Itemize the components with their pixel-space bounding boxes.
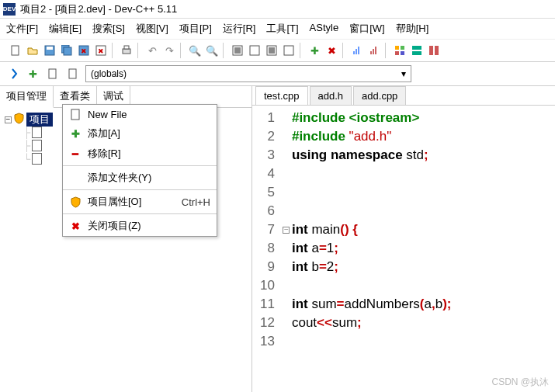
close-icon: ✖	[69, 220, 82, 232]
menu-file[interactable]: 文件[F]	[5, 21, 40, 36]
fold-toggle-icon[interactable]: −	[283, 227, 290, 234]
svg-rect-26	[401, 51, 404, 55]
print-icon[interactable]	[119, 43, 134, 58]
chevron-down-icon: ▾	[401, 68, 406, 79]
scope-value: (globals)	[91, 68, 127, 79]
menu-edit[interactable]: 编辑[E]	[47, 21, 83, 36]
svg-rect-23	[395, 46, 399, 50]
svg-rect-19	[358, 47, 359, 54]
tree-expander-icon[interactable]: −	[5, 116, 12, 123]
window-layout1-icon[interactable]	[392, 43, 408, 58]
secondary-toolbar: ✚ (globals) ▾	[0, 62, 555, 86]
svg-rect-31	[49, 69, 56, 78]
menu-properties[interactable]: 项目属性[O] Ctrl+H	[63, 189, 217, 212]
scope-select[interactable]: (globals) ▾	[85, 65, 411, 82]
app-icon: DEV	[3, 3, 16, 16]
menu-search[interactable]: 搜索[S]	[91, 21, 127, 36]
replace-icon[interactable]: 🔍	[204, 43, 220, 58]
menu-help[interactable]: 帮助[H]	[394, 21, 431, 36]
tab-add-h[interactable]: add.h	[310, 86, 352, 105]
svg-rect-16	[284, 46, 293, 55]
svg-rect-10	[124, 46, 129, 49]
delete-profile-icon[interactable]	[366, 43, 382, 58]
svg-rect-13	[250, 46, 259, 55]
close-file-icon[interactable]: ✖	[93, 43, 109, 58]
rebuild-icon[interactable]	[281, 43, 297, 58]
project-root-node[interactable]: 项目	[26, 113, 53, 127]
svg-rect-17	[353, 51, 355, 54]
svg-rect-27	[412, 46, 421, 50]
shield-icon	[13, 113, 25, 127]
svg-rect-25	[395, 51, 399, 55]
menu-astyle[interactable]: AStyle	[308, 21, 341, 36]
svg-rect-30	[435, 46, 439, 55]
plus-icon: ✚	[69, 127, 82, 140]
minus-icon: ━	[69, 147, 82, 160]
run-icon[interactable]	[247, 43, 262, 58]
shield-icon	[69, 196, 82, 208]
bookmark-icon[interactable]	[45, 66, 61, 82]
tab-project-manager[interactable]: 项目管理	[0, 86, 54, 108]
code-lines: #include <iostream> #include "add.h" usi…	[292, 109, 452, 351]
menubar: 文件[F] 编辑[E] 搜索[S] 视图[V] 项目[P] 运行[R] 工具[T…	[0, 19, 555, 40]
svg-rect-15	[269, 47, 275, 54]
fold-gutter: −	[281, 109, 292, 351]
open-icon[interactable]	[25, 43, 40, 58]
new-file-icon[interactable]	[8, 43, 23, 58]
sidebar: 项目管理 查看类 调试 − 项目 ├ ├ └ New File ✚ 添加	[0, 86, 252, 392]
svg-rect-20	[370, 51, 372, 54]
window-title: 项目2 - [项目2.dev] - Dev-C++ 5.11	[20, 2, 177, 16]
window-layout3-icon[interactable]	[426, 43, 442, 58]
shortcut-label: Ctrl+H	[182, 196, 210, 208]
file-icon	[69, 108, 82, 120]
svg-rect-28	[412, 51, 421, 55]
svg-rect-33	[71, 109, 79, 120]
file-icon	[32, 127, 42, 138]
blank-icon	[69, 172, 82, 184]
debug-icon[interactable]: ✚	[307, 43, 322, 58]
find-icon[interactable]: 🔍	[187, 43, 203, 58]
goto-bookmark-icon[interactable]	[65, 66, 81, 82]
save-all-icon[interactable]	[59, 43, 75, 58]
code-editor[interactable]: 12345678910111213 − #include <iostream> …	[252, 106, 555, 351]
undo-icon[interactable]: ↶	[144, 43, 160, 58]
svg-rect-9	[123, 49, 130, 54]
menu-close-project[interactable]: ✖ 关闭项目(Z)	[63, 213, 217, 236]
watermark: CSDN @执沐	[491, 376, 549, 389]
toolbar: ✖ ✖ ↶ ↷ 🔍 🔍 ✚ ✖	[0, 40, 555, 62]
svg-rect-24	[401, 46, 404, 50]
context-menu: New File ✚ 添加[A] ━ 移除[R] 添加文件夹(Y) 项目属性[O…	[62, 104, 217, 237]
stop-icon[interactable]: ✖	[324, 43, 339, 58]
svg-rect-29	[429, 46, 433, 55]
save-icon[interactable]	[42, 43, 57, 58]
tab-add-cpp[interactable]: add.cpp	[353, 86, 406, 105]
redo-icon[interactable]: ↷	[161, 43, 177, 58]
tab-test-cpp[interactable]: test.cpp	[255, 86, 308, 105]
svg-text:✖: ✖	[81, 47, 87, 55]
svg-rect-0	[12, 46, 19, 55]
svg-rect-18	[356, 49, 357, 54]
window-layout2-icon[interactable]	[409, 43, 425, 58]
menu-remove[interactable]: ━ 移除[R]	[63, 144, 217, 164]
menu-window[interactable]: 窗口[W]	[348, 21, 387, 36]
svg-rect-21	[373, 49, 374, 54]
menu-tools[interactable]: 工具[T]	[265, 21, 300, 36]
goto-func-icon[interactable]	[5, 66, 20, 82]
menu-project[interactable]: 项目[P]	[178, 21, 213, 36]
save-as-icon[interactable]: ✖	[76, 43, 92, 58]
new-class-icon[interactable]: ✚	[25, 66, 40, 82]
compile-run-icon[interactable]	[264, 43, 279, 58]
profile-icon[interactable]	[349, 43, 365, 58]
menu-add[interactable]: ✚ 添加[A]	[63, 123, 217, 144]
svg-rect-32	[69, 69, 76, 78]
menu-run[interactable]: 运行[R]	[221, 21, 258, 36]
menu-new-file[interactable]: New File	[63, 105, 217, 123]
file-icon	[32, 153, 42, 165]
file-icon	[32, 140, 42, 151]
line-gutter: 12345678910111213	[252, 109, 281, 351]
menu-view[interactable]: 视图[V]	[134, 21, 170, 36]
editor-area: test.cpp add.h add.cpp 12345678910111213…	[252, 86, 555, 392]
svg-rect-12	[234, 47, 241, 54]
compile-icon[interactable]	[230, 43, 245, 58]
menu-add-folder[interactable]: 添加文件夹(Y)	[63, 165, 217, 188]
